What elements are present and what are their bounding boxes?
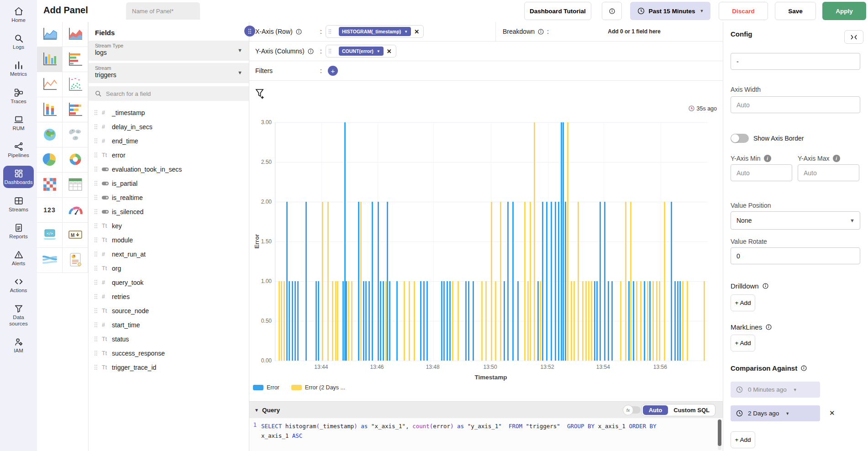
field-item-evaluation_took_in_secs[interactable]: evaluation_took_in_secs <box>89 162 249 176</box>
field-item-next_run_at[interactable]: #next_run_at <box>89 247 249 261</box>
drilldown-add-button[interactable]: + Add <box>731 294 755 311</box>
drag-handle-icon[interactable] <box>94 336 98 342</box>
field-item-success_response[interactable]: Ttsuccess_response <box>89 346 249 360</box>
field-item-key[interactable]: Ttkey <box>89 219 249 233</box>
drag-handle-icon[interactable] <box>94 138 98 144</box>
panel-resize-handle[interactable] <box>244 26 255 37</box>
drag-handle-icon[interactable] <box>94 180 98 186</box>
info-button[interactable] <box>602 2 622 20</box>
chart-type-custom-chart[interactable] <box>63 248 88 273</box>
field-item-retries[interactable]: #retries <box>89 289 249 304</box>
chart-type-gauge[interactable] <box>63 198 88 223</box>
y-axis-chip-button[interactable]: COUNT(error) ▼ <box>339 47 384 56</box>
field-item-org[interactable]: Ttorg <box>89 261 249 275</box>
chart-type-h-stacked[interactable] <box>63 97 88 122</box>
drag-handle-icon[interactable] <box>94 350 98 356</box>
save-button[interactable]: Save <box>775 2 816 20</box>
chart-type-table[interactable] <box>63 173 88 198</box>
sidebar-item-dashboards[interactable]: Dashboards <box>3 166 34 188</box>
drag-handle-icon[interactable] <box>94 279 98 285</box>
field-item-delay_in_secs[interactable]: #delay_in_secs <box>89 120 249 134</box>
legend-item[interactable]: Error (2 Days ... <box>291 384 345 391</box>
axis-width-input[interactable]: Auto <box>731 96 860 113</box>
add-filter-button[interactable]: + <box>328 66 338 76</box>
sidebar-item-actions[interactable]: Actions <box>3 274 34 296</box>
drag-handle-icon[interactable] <box>94 194 98 200</box>
function-editor-toggle[interactable]: fx <box>624 406 641 414</box>
chart-type-area-stacked[interactable] <box>63 22 88 47</box>
field-item-trigger_trace_id[interactable]: Tttrigger_trace_id <box>89 360 249 374</box>
drag-handle-icon[interactable] <box>94 265 98 271</box>
sidebar-item-data-sources[interactable]: Data sources <box>3 301 34 329</box>
field-item-module[interactable]: Ttmodule <box>89 233 249 247</box>
drag-handle-icon[interactable] <box>94 152 98 158</box>
marklines-add-button[interactable]: + Add <box>731 335 755 351</box>
sql-mode-custom[interactable]: Custom SQL <box>669 405 714 415</box>
remove-comparison-icon[interactable]: ✕ <box>829 409 835 417</box>
drag-handle-icon[interactable] <box>328 48 331 54</box>
chart-type-sankey[interactable] <box>37 248 63 273</box>
drag-handle-icon[interactable] <box>94 294 98 299</box>
sidebar-item-rum[interactable]: RUM <box>3 112 34 134</box>
stream-type-select[interactable]: Stream Type logs ▼ <box>89 41 249 61</box>
sidebar-item-alerts[interactable]: Alerts <box>3 247 34 269</box>
field-item-query_took[interactable]: #query_took <box>89 275 249 289</box>
show-axis-border-toggle[interactable] <box>731 134 749 143</box>
comparison-dropdown-0-minutes-ago[interactable]: 0 Minutes ago▼ <box>731 382 820 398</box>
chart-type-geomap[interactable] <box>37 122 63 147</box>
remove-x-axis-icon[interactable]: ✕ <box>414 28 419 35</box>
sidebar-item-streams[interactable]: Streams <box>3 193 34 215</box>
drag-handle-icon[interactable] <box>94 237 98 243</box>
sidebar-item-iam[interactable]: IAM <box>3 334 34 356</box>
field-item-is_partial[interactable]: is_partial <box>89 176 249 190</box>
value-position-select[interactable]: None ▼ <box>731 211 860 230</box>
drag-handle-icon[interactable] <box>94 110 98 115</box>
stream-select[interactable]: Stream triggers ▼ <box>89 63 249 83</box>
y-axis-max-input[interactable]: Auto <box>798 164 859 181</box>
chart-type-h-bar[interactable] <box>63 47 88 72</box>
drag-handle-icon[interactable] <box>94 124 98 130</box>
field-item-status[interactable]: Ttstatus <box>89 332 249 346</box>
field-item-is_silenced[interactable]: is_silenced <box>89 205 249 219</box>
discard-button[interactable]: Discard <box>719 2 768 20</box>
axis-unit-input[interactable]: - <box>731 53 860 70</box>
comparison-dropdown-2-days-ago[interactable]: 2 Days ago▼ <box>731 405 820 421</box>
editor-scrollbar-thumb[interactable] <box>718 420 721 446</box>
chart-type-heatmap[interactable] <box>37 173 63 198</box>
collapse-panel-button[interactable] <box>844 30 863 44</box>
panel-name-input[interactable]: Name of Panel* <box>126 2 200 20</box>
time-range-dropdown[interactable]: Past 15 Minutes ▼ <box>630 2 710 20</box>
y-axis-min-input[interactable]: Auto <box>731 164 792 181</box>
field-item-is_realtime[interactable]: is_realtime <box>89 190 249 205</box>
dashboard-tutorial-button[interactable]: Dashboard Tutorial <box>524 2 591 20</box>
apply-button[interactable]: Apply <box>822 2 866 20</box>
drag-handle-icon[interactable] <box>94 166 98 172</box>
field-search-input[interactable]: Search for a field <box>89 86 249 101</box>
field-item-_timestamp[interactable]: #_timestamp <box>89 105 249 120</box>
remove-y-axis-icon[interactable]: ✕ <box>387 48 392 55</box>
breakdown-drop-zone[interactable]: Add 0 or 1 field here <box>595 28 673 35</box>
chart-type-pie[interactable] <box>37 147 63 173</box>
collapse-caret-icon[interactable]: ▼ <box>254 408 259 413</box>
chart-type-stacked[interactable] <box>37 97 63 122</box>
sidebar-item-traces[interactable]: Traces <box>3 85 34 107</box>
chart-type-line[interactable] <box>37 72 63 97</box>
chart-type-metric[interactable]: 123 <box>37 198 63 223</box>
drag-handle-icon[interactable] <box>94 322 98 328</box>
drag-handle-icon[interactable] <box>328 29 331 34</box>
sql-editor[interactable]: 1 SELECT histogram(_timestamp) as "x_axi… <box>249 418 723 451</box>
sidebar-item-home[interactable]: Home <box>3 4 34 26</box>
drag-handle-icon[interactable] <box>94 364 98 370</box>
value-rotate-input[interactable]: 0 <box>731 247 860 264</box>
x-axis-chip-button[interactable]: HISTOGRAM(_timestamp) ▼ <box>339 27 411 36</box>
field-item-end_time[interactable]: #end_time <box>89 134 249 148</box>
sql-mode-auto[interactable]: Auto <box>643 405 668 415</box>
drag-handle-icon[interactable] <box>94 209 98 215</box>
chart-type-donut[interactable] <box>63 147 88 173</box>
field-item-start_time[interactable]: #start_time <box>89 318 249 332</box>
field-item-source_node[interactable]: Ttsource_node <box>89 304 249 318</box>
drag-handle-icon[interactable] <box>94 251 98 257</box>
sidebar-item-pipelines[interactable]: Pipelines <box>3 139 34 161</box>
chart-type-maps[interactable] <box>63 122 88 147</box>
chart-type-scatter[interactable] <box>63 72 88 97</box>
